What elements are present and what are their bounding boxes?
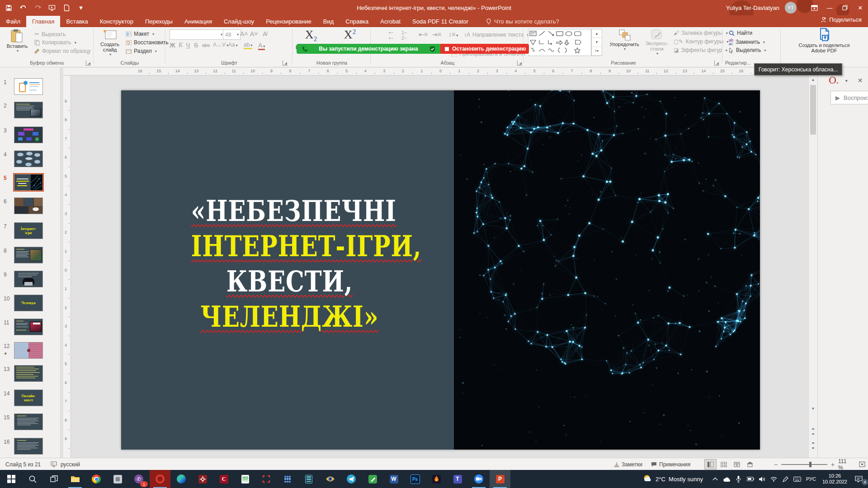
highlight-color-button[interactable]: ab▾ [244, 42, 252, 49]
minimize-button[interactable]: — [822, 0, 837, 15]
shapes-gallery[interactable] [528, 29, 591, 56]
taskbar-flame-app[interactable] [426, 470, 447, 488]
close-button[interactable]: ✕ [853, 0, 868, 15]
chevron-up-icon[interactable] [709, 470, 721, 488]
paragraph-dialog-launcher[interactable] [517, 61, 522, 66]
taskbar-screen-recorder[interactable] [256, 470, 277, 488]
numbering-button[interactable]: 1−2− [401, 30, 407, 41]
tab-design[interactable]: Конструктор [94, 16, 139, 27]
section-button[interactable]: Раздел▾ [126, 48, 157, 54]
tab-review[interactable]: Рецензирование [260, 16, 317, 27]
font-dialog-launcher[interactable] [283, 61, 288, 66]
redo-icon[interactable] [33, 4, 42, 12]
weather-widget[interactable]: 2°C Mostly sunny [642, 474, 703, 484]
slide-sorter-view-button[interactable] [717, 459, 730, 469]
slide-thumbnail-10[interactable]: Челендж [14, 295, 43, 311]
new-file-icon[interactable] [62, 4, 71, 12]
zoom-in-button[interactable]: + [831, 461, 835, 468]
taskbar-word[interactable]: W [383, 470, 404, 488]
taskbar-search-button[interactable] [22, 470, 43, 488]
speaker-icon[interactable] [756, 470, 768, 488]
replace-button[interactable]: abacЗаменить▾ [729, 38, 765, 46]
shape-effects-button[interactable]: ◪Эффекты фигур▾ [674, 47, 727, 53]
cloud-icon[interactable] [721, 470, 733, 488]
addin-close-icon[interactable]: ✕ [858, 77, 863, 84]
tab-home[interactable]: Главная [26, 16, 60, 27]
tab-soda[interactable]: Soda PDF 11 Creator [406, 16, 474, 27]
zoom-out-button[interactable]: − [774, 461, 778, 468]
slide-thumbnail-4[interactable] [14, 150, 43, 167]
slide-thumbnail-13[interactable] [14, 365, 43, 382]
decrease-indent-button[interactable]: ⇤≡ [419, 31, 428, 38]
undo-icon[interactable] [19, 4, 27, 12]
taskbar-calculator-app[interactable] [277, 470, 298, 488]
taskbar-opera[interactable] [150, 470, 170, 488]
bold-button[interactable]: Ж [170, 42, 175, 49]
vertical-scrollbar[interactable]: ▲ ▼ ⏶⏶ ⏷⏷ [808, 76, 817, 458]
slide-thumbnail-12[interactable] [14, 342, 43, 359]
bullets-button[interactable]: •−•− [389, 30, 393, 41]
taskbar-photoshop[interactable]: Ps [405, 470, 425, 488]
slide-title-line[interactable]: ЧЕЛЕНДЖІ» [191, 299, 388, 334]
taskbar-chrome[interactable] [86, 470, 107, 488]
slideshow-view-button[interactable] [744, 459, 756, 469]
clear-formatting-button[interactable]: A̸ [263, 30, 267, 38]
zoom-level[interactable]: 111 % [838, 458, 853, 471]
stop-demo-button[interactable]: Остановить демонстрацию [440, 44, 529, 54]
slide-thumbnail-14[interactable]: Онлайн- квест [14, 389, 43, 406]
arrange-button[interactable]: Упорядочить▾ [607, 29, 642, 51]
tab-transitions[interactable]: Переходы [139, 16, 179, 27]
scrollbar-thumb[interactable] [810, 85, 816, 135]
taskbar-cassette-app[interactable] [298, 470, 319, 488]
increase-indent-button[interactable]: ⇥≡ [432, 31, 441, 38]
taskbar-notes-app[interactable] [235, 470, 255, 488]
account-user-name[interactable]: Yuliya Ter-Davlatyan [726, 5, 779, 11]
slide-thumbnail-6[interactable] [14, 197, 43, 214]
play-button[interactable]: ▶ Воспроизве [830, 91, 868, 104]
scroll-up-icon[interactable]: ▲ [809, 76, 817, 84]
underline-button[interactable]: Ч [186, 42, 190, 49]
slide-thumbnail-7[interactable]: Інтернет- ігри [14, 222, 43, 239]
scroll-down-icon[interactable]: ▼ [809, 405, 817, 413]
taskbar-file-explorer[interactable] [65, 470, 85, 488]
notes-button[interactable]: Заметки [614, 458, 642, 470]
copy-button[interactable]: Копировать▾ [34, 39, 76, 46]
font-name-combobox[interactable]: ▾ [170, 29, 225, 40]
strikethrough-button[interactable]: S [194, 42, 198, 49]
taskbar-task-view-button[interactable] [43, 470, 64, 488]
drawing-dialog-launcher[interactable] [714, 61, 719, 66]
tab-file[interactable]: Файл [0, 16, 26, 27]
grow-font-button[interactable]: A˄ [240, 30, 248, 38]
tab-animations[interactable]: Анимация [179, 16, 218, 27]
share-button[interactable]: Поделиться [821, 16, 862, 23]
clipboard-dialog-launcher[interactable] [86, 61, 91, 66]
line-spacing-button[interactable]: ↕≡▾ [448, 31, 458, 38]
battery-icon[interactable] [745, 470, 756, 488]
shape-fill-button[interactable]: 🖌Заливка фигуры▾ [674, 30, 728, 36]
normal-view-button[interactable] [704, 459, 717, 469]
taskbar-evernote-app[interactable] [362, 470, 383, 488]
cut-button[interactable]: ✂Вырезать [34, 31, 66, 38]
font-size-combobox[interactable]: 48▾ [223, 29, 241, 40]
slide-thumbnail-5[interactable] [14, 174, 43, 191]
next-slide-button[interactable]: ⏷⏷ [809, 442, 817, 450]
italic-button[interactable]: К [179, 42, 183, 49]
slide-thumbnail-16[interactable] [14, 438, 43, 455]
slide-title-line[interactable]: «НЕБЕЗПЕЧНІ [191, 193, 388, 229]
slide-thumbnail-1[interactable] [14, 78, 43, 95]
reset-slide-button[interactable]: Восстановить [126, 39, 169, 46]
taskbar-start-button[interactable] [1, 470, 22, 488]
quick-styles-button[interactable]: Экспресс- стили▾ [643, 29, 671, 56]
tab-slideshow[interactable]: Слайд-шоу [218, 16, 260, 27]
addin-dropdown-icon[interactable]: ▾ [845, 78, 848, 83]
taskbar-powerpoint[interactable]: P [490, 470, 510, 488]
taskbar-edge[interactable] [171, 470, 192, 488]
accessibility-icon[interactable] [51, 458, 57, 470]
ribbon-display-options-icon[interactable] [807, 0, 822, 15]
zoom-slider[interactable] [781, 464, 827, 465]
slide-thumbnail-9[interactable] [14, 271, 43, 287]
taskbar-red-gear-app[interactable] [192, 470, 213, 488]
mic-icon[interactable] [733, 470, 745, 488]
layout-button[interactable]: Макет▾ [126, 31, 154, 37]
character-spacing-button[interactable]: A↔V▾ [213, 42, 228, 48]
